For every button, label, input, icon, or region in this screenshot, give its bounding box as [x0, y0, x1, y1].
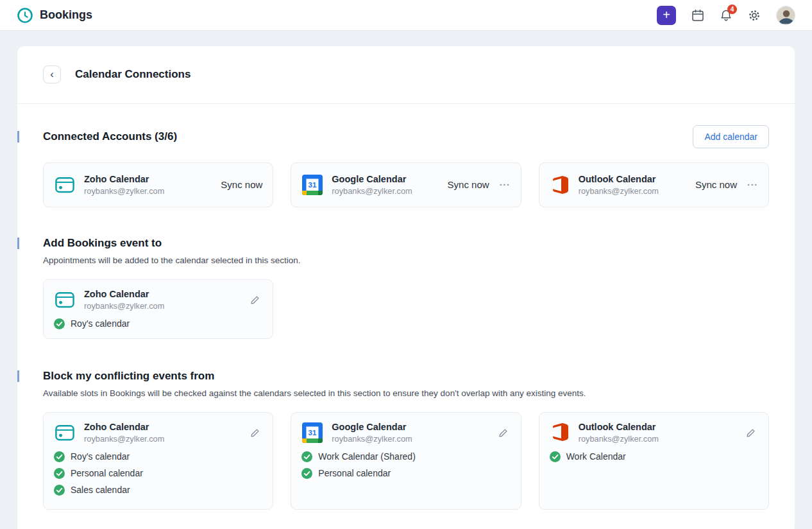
edit-selection-button[interactable]: [248, 426, 262, 440]
check-circle-icon: [54, 318, 65, 329]
calendar-email: roybanks@zylker.com: [84, 301, 164, 311]
connected-card-outlook: Outlook Calendar roybanks@zylker.com Syn…: [539, 162, 769, 207]
calendar-name: Outlook Calendar: [579, 422, 659, 432]
calendar-name: Zoho Calendar: [84, 174, 164, 184]
notifications-button[interactable]: 4: [720, 9, 732, 22]
calendar-account-info: Zoho Calendar roybanks@zylker.com: [84, 174, 164, 196]
calendar-view-button[interactable]: [691, 9, 704, 22]
calendar-item: Sales calendar: [54, 485, 262, 496]
edit-selection-button[interactable]: [496, 426, 511, 440]
check-circle-icon: [54, 468, 65, 479]
calendar-account-info: Zoho Calendar roybanks@zylker.com: [84, 289, 164, 311]
svg-text:31: 31: [309, 429, 317, 437]
calendar-account-info: Google Calendar roybanks@zylker.com: [332, 422, 412, 444]
zoho-calendar-icon: [54, 174, 76, 196]
calendar-name: Zoho Calendar: [84, 289, 164, 299]
add-event-to-description: Appointments will be added to the calend…: [43, 256, 769, 265]
calendar-email: roybanks@zylker.com: [84, 434, 164, 444]
sync-now-link[interactable]: Sync now: [695, 179, 737, 190]
check-circle-icon: [54, 451, 65, 462]
block-card-zoho: Zoho Calendar roybanks@zylker.com Roy's …: [43, 412, 273, 510]
calendar-name: Google Calendar: [332, 174, 412, 184]
section-title: Add Bookings event to: [43, 237, 162, 250]
plus-icon: +: [663, 8, 670, 21]
add-calendar-button[interactable]: Add calendar: [693, 125, 769, 148]
calendar-email: roybanks@zylker.com: [84, 186, 164, 196]
selected-calendars: Work Calendar: [539, 450, 768, 471]
calendar-item-label: Work Calendar: [566, 451, 626, 462]
zoho-calendar-icon: [54, 422, 76, 444]
topbar: Bookings + 4: [0, 0, 812, 31]
calendar-item: Work Calendar (Shared): [301, 451, 510, 462]
back-chevron-icon: ‹: [50, 69, 54, 80]
calendar-item-label: Personal calendar: [318, 468, 391, 478]
edit-selection-button[interactable]: [743, 426, 758, 440]
google-calendar-icon: 31: [301, 174, 323, 196]
connected-card-zoho: Zoho Calendar roybanks@zylker.com Sync n…: [43, 162, 273, 207]
calendar-email: roybanks@zylker.com: [579, 434, 659, 444]
outlook-calendar-icon: [550, 422, 570, 442]
connected-card-google: 31 Google Calendar roybanks@zylker.com S…: [291, 162, 521, 207]
calendar-account-info: Google Calendar roybanks@zylker.com: [332, 174, 412, 196]
edit-selection-button[interactable]: [248, 293, 262, 308]
calendar-item-label: Roy's calendar: [71, 318, 130, 329]
calendar-item-label: Roy's calendar: [71, 451, 130, 462]
connected-accounts-list: Zoho Calendar roybanks@zylker.com Sync n…: [43, 162, 769, 207]
topbar-actions: + 4: [657, 6, 795, 25]
selected-calendars: Roy's calendar Personal calendar Sales c…: [44, 450, 273, 505]
calendar-icon: [691, 9, 704, 22]
google-calendar-icon: 31: [301, 422, 323, 444]
calendar-item: Personal calendar: [54, 468, 262, 479]
check-circle-icon: [550, 451, 561, 462]
calendar-item-label: Sales calendar: [71, 485, 130, 495]
more-menu-icon[interactable]: ···: [500, 180, 511, 189]
pencil-icon: [498, 428, 508, 438]
section-title: Block my conflicting events from: [43, 370, 214, 383]
calendar-account-info: Outlook Calendar roybanks@zylker.com: [579, 174, 659, 196]
app-name: Bookings: [40, 8, 92, 22]
pencil-icon: [250, 428, 260, 438]
section-title: Connected Accounts (3/6): [43, 130, 177, 143]
page-header: ‹ Calendar Connections: [17, 46, 795, 104]
more-menu-icon[interactable]: ···: [747, 180, 758, 189]
settings-button[interactable]: [748, 9, 761, 22]
page-content: Connected Accounts (3/6) Add calendar Zo…: [17, 125, 795, 529]
sync-now-link[interactable]: Sync now: [448, 179, 489, 190]
add-event-to-heading: Add Bookings event to: [43, 237, 769, 250]
page-title: Calendar Connections: [75, 68, 190, 81]
check-circle-icon: [54, 485, 65, 496]
selected-calendars: Work Calendar (Shared) Personal calendar: [291, 450, 520, 488]
check-circle-icon: [301, 468, 312, 479]
svg-text:31: 31: [309, 181, 317, 189]
calendar-name: Google Calendar: [332, 422, 412, 432]
outlook-calendar-icon: [550, 175, 570, 195]
add-event-card-zoho: Zoho Calendar roybanks@zylker.com Roy's …: [43, 279, 273, 339]
calendar-email: roybanks@zylker.com: [332, 186, 412, 196]
app-brand: Bookings: [17, 7, 92, 24]
check-circle-icon: [301, 451, 312, 462]
add-event-to-list: Zoho Calendar roybanks@zylker.com Roy's …: [43, 279, 769, 339]
create-new-button[interactable]: +: [657, 6, 676, 25]
calendar-connections-panel: ‹ Calendar Connections Connected Account…: [17, 46, 795, 529]
selected-calendars: Roy's calendar: [44, 317, 273, 338]
calendar-item: Personal calendar: [301, 468, 510, 479]
block-events-description: Available slots in Bookings will be chec…: [43, 388, 769, 398]
block-events-heading: Block my conflicting events from: [43, 370, 769, 383]
calendar-item-label: Work Calendar (Shared): [318, 451, 415, 462]
pencil-icon: [746, 428, 756, 438]
block-card-outlook: Outlook Calendar roybanks@zylker.com Wor…: [539, 412, 769, 510]
user-avatar[interactable]: [776, 6, 795, 25]
bookings-logo-icon: [17, 7, 33, 24]
block-card-google: 31 Google Calendar roybanks@zylker.com: [291, 412, 521, 510]
connected-accounts-heading: Connected Accounts (3/6): [43, 130, 177, 143]
calendar-item: Work Calendar: [550, 451, 758, 462]
back-button[interactable]: ‹: [43, 65, 61, 83]
calendar-email: roybanks@zylker.com: [332, 434, 412, 444]
calendar-name: Outlook Calendar: [579, 174, 659, 184]
calendar-email: roybanks@zylker.com: [579, 186, 659, 196]
calendar-account-info: Outlook Calendar roybanks@zylker.com: [579, 422, 659, 444]
zoho-calendar-icon: [54, 289, 76, 311]
sync-now-link[interactable]: Sync now: [221, 179, 262, 190]
calendar-item: Roy's calendar: [54, 318, 262, 329]
gear-icon: [748, 9, 761, 22]
